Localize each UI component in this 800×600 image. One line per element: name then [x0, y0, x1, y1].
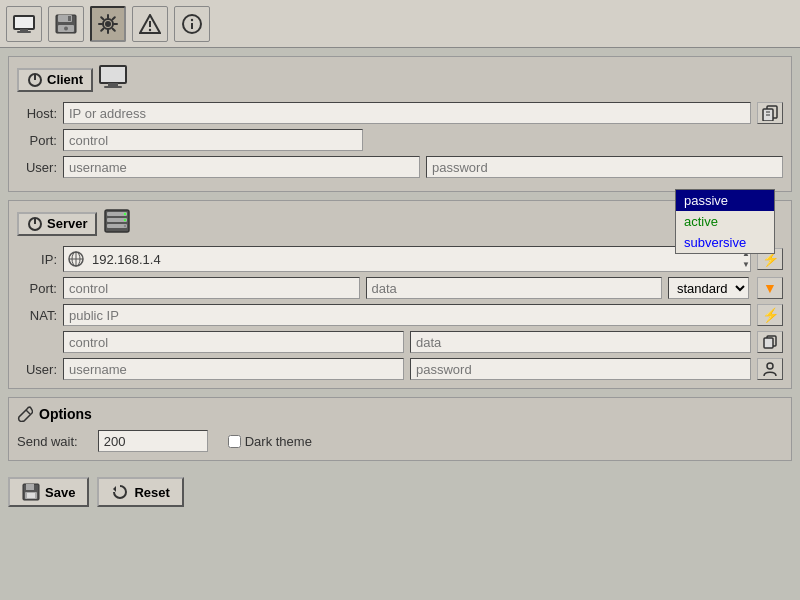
server-header: Server: [17, 209, 783, 238]
svg-point-14: [191, 18, 193, 20]
server-label: Server: [47, 216, 87, 231]
svg-line-41: [26, 410, 30, 414]
nat-control-input[interactable]: [63, 331, 404, 353]
options-header: Options: [17, 406, 783, 422]
user-server-row: User:: [17, 358, 783, 380]
user-client-row: User:: [17, 156, 783, 178]
top-toolbar: [0, 0, 800, 48]
user-client-label: User:: [17, 160, 57, 175]
svg-point-31: [124, 213, 126, 215]
svg-rect-0: [14, 16, 34, 29]
save-button[interactable]: Save: [8, 477, 89, 507]
mode-subversive[interactable]: subversive: [676, 232, 774, 253]
monitor-tab-btn[interactable]: [6, 6, 42, 42]
ip-label: IP:: [17, 252, 57, 267]
username-input[interactable]: [63, 156, 420, 178]
user-server-label: User:: [17, 362, 57, 377]
svg-point-33: [124, 225, 126, 227]
options-label: Options: [39, 406, 92, 422]
dark-theme-label[interactable]: Dark theme: [228, 434, 312, 449]
send-wait-input[interactable]: 200: [98, 430, 208, 452]
password-client-input[interactable]: [426, 156, 783, 178]
port-client-row: Port: passive active subversive: [17, 129, 783, 151]
client-monitor-icon: [99, 65, 127, 94]
save-icon: [22, 483, 40, 501]
server-power-btn[interactable]: Server: [17, 212, 97, 236]
ip-input[interactable]: 192.168.1.4: [88, 248, 740, 270]
options-section: Options Send wait: 200 Dark theme: [8, 397, 792, 461]
svg-rect-20: [104, 86, 122, 88]
mode-active[interactable]: active: [676, 211, 774, 232]
host-label: Host:: [17, 106, 57, 121]
svg-point-8: [105, 21, 111, 27]
gear-tab-btn[interactable]: [90, 6, 126, 42]
port-bolt-btn[interactable]: ▼: [757, 277, 783, 299]
standard-select[interactable]: standard: [668, 277, 749, 299]
username-server-input[interactable]: [63, 358, 404, 380]
main-content: Client Host:: [0, 48, 800, 469]
options-row: Send wait: 200 Dark theme: [17, 430, 783, 452]
disk-tab-btn[interactable]: [48, 6, 84, 42]
nat-label: NAT:: [17, 308, 57, 323]
svg-rect-2: [17, 31, 31, 33]
dark-theme-text: Dark theme: [245, 434, 312, 449]
svg-rect-45: [27, 493, 35, 498]
host-copy-btn[interactable]: [757, 102, 783, 124]
nat-data-input[interactable]: [410, 331, 751, 353]
user-person-btn[interactable]: [757, 358, 783, 380]
public-ip-input[interactable]: [63, 304, 751, 326]
svg-rect-19: [108, 83, 118, 86]
reset-button[interactable]: Reset: [97, 477, 183, 507]
warning-tab-btn[interactable]: [132, 6, 168, 42]
nat-copy-btn[interactable]: [757, 331, 783, 353]
port-server-row: Port: standard ▼: [17, 277, 783, 299]
ip-down-arrow[interactable]: ▼: [742, 259, 750, 270]
svg-point-12: [149, 28, 151, 30]
svg-rect-5: [68, 16, 71, 21]
client-power-btn[interactable]: Client: [17, 68, 93, 92]
port-client-input[interactable]: [63, 129, 363, 151]
nat-row: NAT: ⚡: [17, 304, 783, 326]
password-server-input[interactable]: [410, 358, 751, 380]
mode-passive[interactable]: passive: [676, 190, 774, 211]
port-server-label: Port:: [17, 281, 57, 296]
reset-icon: [111, 483, 129, 501]
server-monitor-icon: [103, 209, 131, 238]
nat-bolt-btn[interactable]: ⚡: [757, 304, 783, 326]
wrench-icon: [17, 406, 33, 422]
ip-input-wrap: 192.168.1.4 ▲ ▼: [63, 246, 751, 272]
client-section: Client Host:: [8, 56, 792, 192]
svg-rect-18: [100, 66, 126, 83]
port-server-input[interactable]: [63, 277, 360, 299]
svg-point-40: [767, 363, 773, 369]
svg-rect-39: [764, 338, 773, 348]
save-label: Save: [45, 485, 75, 500]
dark-theme-checkbox[interactable]: [228, 435, 241, 448]
svg-point-32: [124, 219, 126, 221]
bottom-bar: Save Reset: [0, 469, 800, 515]
data-port-input[interactable]: [366, 277, 663, 299]
ip-row: IP: 192.168.1.4 ▲ ▼ ⚡: [17, 246, 783, 272]
svg-point-7: [64, 26, 68, 30]
reset-label: Reset: [134, 485, 169, 500]
client-header: Client: [17, 65, 783, 94]
svg-rect-43: [26, 484, 34, 490]
nat-ports-row: [17, 331, 783, 353]
host-row: Host:: [17, 102, 783, 124]
svg-marker-46: [113, 486, 116, 492]
port-client-label: Port:: [17, 133, 57, 148]
send-wait-label: Send wait:: [17, 434, 78, 449]
info-tab-btn[interactable]: [174, 6, 210, 42]
host-input[interactable]: [63, 102, 751, 124]
mode-dropdown[interactable]: passive active subversive: [675, 189, 775, 254]
client-label: Client: [47, 72, 83, 87]
